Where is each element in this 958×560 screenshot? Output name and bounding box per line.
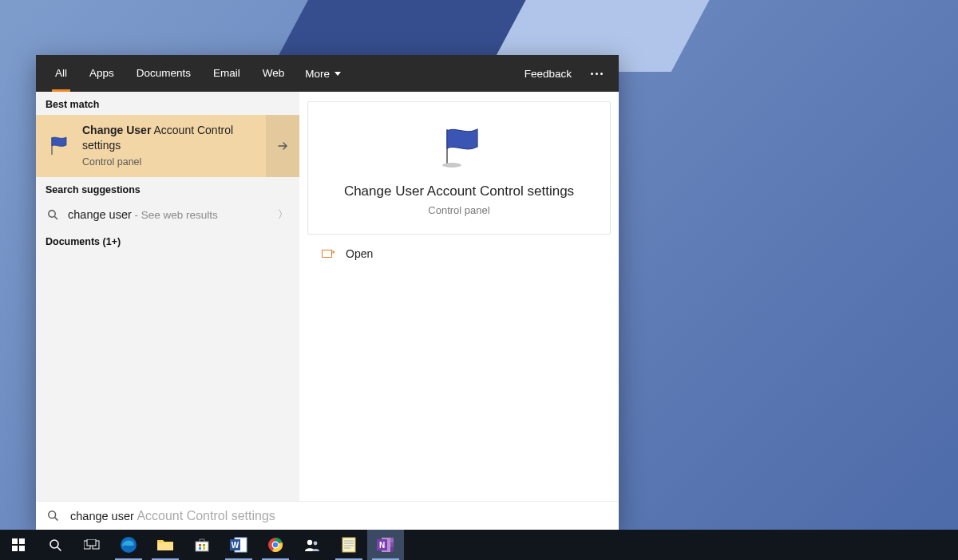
svg-point-1	[442, 163, 461, 168]
search-scope-tabbar: All Apps Documents Email Web More Feedba…	[36, 55, 619, 92]
tab-more-label: More	[305, 68, 330, 80]
suggestion-secondary: - See web results	[132, 209, 218, 221]
start-search-panel: All Apps Documents Email Web More Feedba…	[36, 55, 619, 530]
svg-rect-4	[12, 538, 18, 544]
section-best-match: Best match	[36, 92, 299, 115]
taskbar-app-people[interactable]	[294, 530, 331, 560]
best-match-result[interactable]: Change User Account Control settings Con…	[36, 115, 299, 177]
edge-icon	[120, 536, 137, 554]
search-input[interactable]: change user Account Control settings	[36, 501, 619, 530]
chevron-down-icon	[335, 72, 341, 76]
dot-icon	[600, 73, 603, 75]
suggestion-primary: change user	[68, 208, 132, 221]
best-match-title-bold: Change User	[82, 124, 151, 136]
svg-rect-15	[199, 544, 201, 546]
more-options-button[interactable]	[583, 73, 611, 75]
search-icon	[47, 209, 58, 220]
taskbar-app-word[interactable]: W	[220, 530, 257, 560]
svg-rect-29	[390, 538, 394, 542]
start-button[interactable]	[0, 530, 37, 560]
svg-rect-14	[196, 542, 208, 551]
svg-point-24	[273, 542, 278, 547]
task-view-button[interactable]	[73, 530, 110, 560]
taskbar-app-store[interactable]	[184, 530, 220, 560]
search-button[interactable]	[37, 530, 73, 560]
svg-point-26	[314, 542, 318, 546]
tab-apps[interactable]: Apps	[78, 55, 125, 92]
section-search-suggestions: Search suggestions	[36, 177, 299, 200]
svg-rect-30	[390, 542, 394, 547]
taskbar-app-chrome[interactable]	[257, 530, 294, 560]
dot-icon	[591, 73, 593, 75]
svg-point-8	[50, 540, 58, 548]
search-icon	[47, 510, 59, 522]
preview-title: Change User Account Control settings	[321, 183, 597, 199]
svg-rect-7	[19, 546, 25, 551]
svg-point-25	[307, 540, 312, 545]
taskbar-app-file-explorer[interactable]	[147, 530, 184, 560]
search-icon	[49, 538, 62, 552]
svg-rect-13	[157, 542, 173, 550]
search-autocomplete-ghost: Account Control settings	[134, 509, 275, 523]
svg-rect-27	[342, 538, 355, 552]
tab-all[interactable]: All	[44, 55, 78, 92]
best-match-title: Change User Account Control settings Con…	[82, 123, 256, 169]
svg-point-3	[49, 511, 56, 519]
task-view-icon	[84, 539, 100, 550]
people-icon	[304, 537, 320, 553]
best-match-subtitle: Control panel	[82, 156, 256, 169]
svg-rect-11	[87, 539, 96, 546]
svg-text:W: W	[232, 541, 240, 550]
results-list: Best match Change User Account Control s…	[36, 92, 299, 501]
preview-subtitle: Control panel	[321, 204, 597, 216]
open-action-label: Open	[346, 247, 373, 260]
svg-rect-17	[199, 547, 201, 550]
feedback-link[interactable]: Feedback	[513, 68, 583, 80]
tab-documents[interactable]: Documents	[125, 55, 202, 92]
svg-rect-31	[390, 547, 394, 552]
svg-rect-18	[203, 547, 205, 550]
chevron-right-icon: 〉	[278, 207, 288, 222]
flag-icon	[431, 124, 487, 169]
svg-rect-6	[12, 546, 18, 551]
tab-web[interactable]: Web	[251, 55, 296, 92]
windows-logo-icon	[12, 538, 25, 551]
svg-rect-16	[203, 544, 205, 546]
section-documents: Documents (1+)	[36, 229, 299, 252]
result-preview-pane: Change User Account Control settings Con…	[299, 92, 619, 501]
preview-card: Change User Account Control settings Con…	[307, 101, 611, 235]
folder-icon	[156, 538, 174, 552]
chrome-icon	[267, 537, 283, 553]
word-icon: W	[230, 537, 247, 553]
svg-point-0	[49, 211, 55, 217]
taskbar-app-notepad[interactable]	[331, 530, 367, 560]
svg-rect-2	[323, 250, 332, 258]
expand-result-button[interactable]	[266, 115, 299, 177]
open-action[interactable]: Open	[311, 239, 608, 268]
open-icon	[322, 249, 335, 258]
onenote-icon: N	[377, 537, 394, 553]
arrow-right-icon	[277, 140, 288, 152]
tab-more[interactable]: More	[295, 55, 350, 92]
notepad-icon	[342, 537, 356, 553]
svg-text:N: N	[379, 541, 385, 550]
store-icon	[194, 537, 210, 553]
web-suggestion[interactable]: change user - See web results 〉	[36, 200, 299, 229]
dot-icon	[596, 73, 598, 75]
svg-rect-5	[19, 538, 25, 544]
taskbar-app-onenote[interactable]: N	[367, 530, 404, 560]
flag-icon	[47, 136, 73, 156]
tab-email[interactable]: Email	[202, 55, 251, 92]
taskbar-app-edge[interactable]	[110, 530, 147, 560]
search-typed-text: change user	[70, 510, 134, 523]
taskbar: W N	[0, 530, 958, 560]
